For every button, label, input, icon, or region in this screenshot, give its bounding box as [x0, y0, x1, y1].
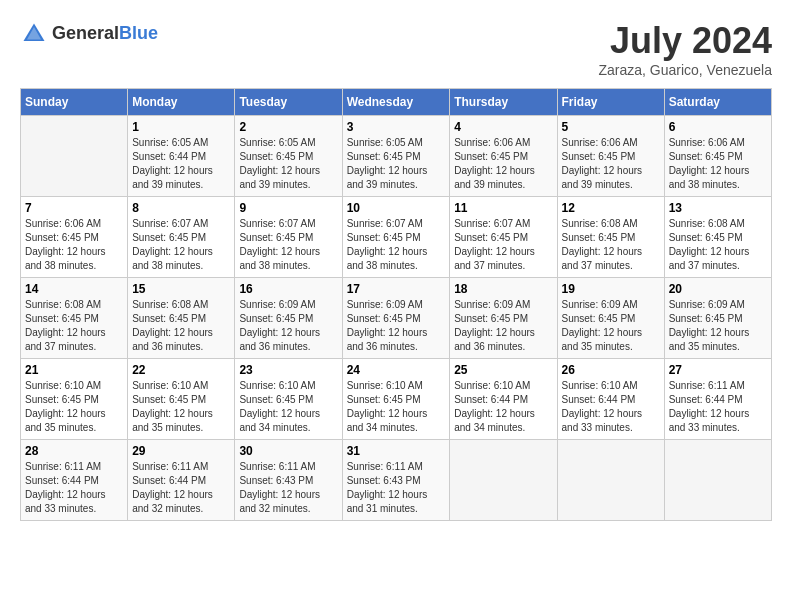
day-of-week-header: Friday — [557, 89, 664, 116]
day-info: Sunrise: 6:06 AMSunset: 6:45 PMDaylight:… — [669, 136, 767, 192]
day-info: Sunrise: 6:08 AMSunset: 6:45 PMDaylight:… — [669, 217, 767, 273]
day-number: 16 — [239, 282, 337, 296]
logo-icon — [20, 20, 48, 48]
calendar-header-row: SundayMondayTuesdayWednesdayThursdayFrid… — [21, 89, 772, 116]
logo-general: GeneralBlue — [52, 23, 158, 45]
day-info: Sunrise: 6:09 AMSunset: 6:45 PMDaylight:… — [239, 298, 337, 354]
day-number: 24 — [347, 363, 446, 377]
day-number: 14 — [25, 282, 123, 296]
day-info: Sunrise: 6:09 AMSunset: 6:45 PMDaylight:… — [347, 298, 446, 354]
calendar-week-row: 7Sunrise: 6:06 AMSunset: 6:45 PMDaylight… — [21, 197, 772, 278]
calendar-day-cell: 22Sunrise: 6:10 AMSunset: 6:45 PMDayligh… — [128, 359, 235, 440]
calendar-day-cell: 24Sunrise: 6:10 AMSunset: 6:45 PMDayligh… — [342, 359, 450, 440]
day-info: Sunrise: 6:05 AMSunset: 6:44 PMDaylight:… — [132, 136, 230, 192]
day-info: Sunrise: 6:11 AMSunset: 6:43 PMDaylight:… — [347, 460, 446, 516]
day-number: 13 — [669, 201, 767, 215]
calendar-day-cell: 13Sunrise: 6:08 AMSunset: 6:45 PMDayligh… — [664, 197, 771, 278]
day-number: 28 — [25, 444, 123, 458]
location: Zaraza, Guarico, Venezuela — [598, 62, 772, 78]
day-number: 30 — [239, 444, 337, 458]
day-number: 10 — [347, 201, 446, 215]
calendar-day-cell: 27Sunrise: 6:11 AMSunset: 6:44 PMDayligh… — [664, 359, 771, 440]
calendar-day-cell: 2Sunrise: 6:05 AMSunset: 6:45 PMDaylight… — [235, 116, 342, 197]
day-number: 27 — [669, 363, 767, 377]
day-info: Sunrise: 6:10 AMSunset: 6:45 PMDaylight:… — [347, 379, 446, 435]
day-number: 22 — [132, 363, 230, 377]
day-of-week-header: Saturday — [664, 89, 771, 116]
calendar-week-row: 1Sunrise: 6:05 AMSunset: 6:44 PMDaylight… — [21, 116, 772, 197]
day-info: Sunrise: 6:10 AMSunset: 6:45 PMDaylight:… — [132, 379, 230, 435]
day-of-week-header: Sunday — [21, 89, 128, 116]
day-info: Sunrise: 6:09 AMSunset: 6:45 PMDaylight:… — [669, 298, 767, 354]
calendar-week-row: 14Sunrise: 6:08 AMSunset: 6:45 PMDayligh… — [21, 278, 772, 359]
day-number: 12 — [562, 201, 660, 215]
calendar-day-cell: 1Sunrise: 6:05 AMSunset: 6:44 PMDaylight… — [128, 116, 235, 197]
calendar-day-cell: 23Sunrise: 6:10 AMSunset: 6:45 PMDayligh… — [235, 359, 342, 440]
calendar-day-cell: 28Sunrise: 6:11 AMSunset: 6:44 PMDayligh… — [21, 440, 128, 521]
day-number: 7 — [25, 201, 123, 215]
calendar-day-cell: 3Sunrise: 6:05 AMSunset: 6:45 PMDaylight… — [342, 116, 450, 197]
day-info: Sunrise: 6:07 AMSunset: 6:45 PMDaylight:… — [347, 217, 446, 273]
day-info: Sunrise: 6:07 AMSunset: 6:45 PMDaylight:… — [239, 217, 337, 273]
day-info: Sunrise: 6:09 AMSunset: 6:45 PMDaylight:… — [454, 298, 552, 354]
day-number: 15 — [132, 282, 230, 296]
day-number: 2 — [239, 120, 337, 134]
calendar-day-cell — [450, 440, 557, 521]
calendar-day-cell: 17Sunrise: 6:09 AMSunset: 6:45 PMDayligh… — [342, 278, 450, 359]
title-area: July 2024 Zaraza, Guarico, Venezuela — [598, 20, 772, 78]
day-number: 1 — [132, 120, 230, 134]
day-info: Sunrise: 6:10 AMSunset: 6:45 PMDaylight:… — [239, 379, 337, 435]
day-info: Sunrise: 6:10 AMSunset: 6:44 PMDaylight:… — [454, 379, 552, 435]
day-number: 29 — [132, 444, 230, 458]
calendar-day-cell: 20Sunrise: 6:09 AMSunset: 6:45 PMDayligh… — [664, 278, 771, 359]
day-number: 17 — [347, 282, 446, 296]
day-number: 20 — [669, 282, 767, 296]
day-number: 9 — [239, 201, 337, 215]
calendar-day-cell: 6Sunrise: 6:06 AMSunset: 6:45 PMDaylight… — [664, 116, 771, 197]
day-info: Sunrise: 6:08 AMSunset: 6:45 PMDaylight:… — [25, 298, 123, 354]
calendar-day-cell: 29Sunrise: 6:11 AMSunset: 6:44 PMDayligh… — [128, 440, 235, 521]
day-number: 3 — [347, 120, 446, 134]
day-info: Sunrise: 6:07 AMSunset: 6:45 PMDaylight:… — [132, 217, 230, 273]
day-info: Sunrise: 6:07 AMSunset: 6:45 PMDaylight:… — [454, 217, 552, 273]
day-number: 31 — [347, 444, 446, 458]
day-info: Sunrise: 6:10 AMSunset: 6:44 PMDaylight:… — [562, 379, 660, 435]
calendar-week-row: 28Sunrise: 6:11 AMSunset: 6:44 PMDayligh… — [21, 440, 772, 521]
calendar-day-cell: 11Sunrise: 6:07 AMSunset: 6:45 PMDayligh… — [450, 197, 557, 278]
day-info: Sunrise: 6:11 AMSunset: 6:44 PMDaylight:… — [25, 460, 123, 516]
calendar-day-cell — [557, 440, 664, 521]
day-number: 11 — [454, 201, 552, 215]
day-number: 26 — [562, 363, 660, 377]
day-number: 5 — [562, 120, 660, 134]
calendar-day-cell — [664, 440, 771, 521]
calendar-day-cell: 7Sunrise: 6:06 AMSunset: 6:45 PMDaylight… — [21, 197, 128, 278]
calendar-body: 1Sunrise: 6:05 AMSunset: 6:44 PMDaylight… — [21, 116, 772, 521]
day-info: Sunrise: 6:06 AMSunset: 6:45 PMDaylight:… — [25, 217, 123, 273]
day-info: Sunrise: 6:11 AMSunset: 6:43 PMDaylight:… — [239, 460, 337, 516]
day-number: 23 — [239, 363, 337, 377]
calendar-table: SundayMondayTuesdayWednesdayThursdayFrid… — [20, 88, 772, 521]
calendar-day-cell: 10Sunrise: 6:07 AMSunset: 6:45 PMDayligh… — [342, 197, 450, 278]
day-of-week-header: Thursday — [450, 89, 557, 116]
day-of-week-header: Monday — [128, 89, 235, 116]
calendar-day-cell: 30Sunrise: 6:11 AMSunset: 6:43 PMDayligh… — [235, 440, 342, 521]
day-info: Sunrise: 6:08 AMSunset: 6:45 PMDaylight:… — [562, 217, 660, 273]
day-info: Sunrise: 6:05 AMSunset: 6:45 PMDaylight:… — [347, 136, 446, 192]
day-info: Sunrise: 6:09 AMSunset: 6:45 PMDaylight:… — [562, 298, 660, 354]
day-number: 6 — [669, 120, 767, 134]
calendar-day-cell: 15Sunrise: 6:08 AMSunset: 6:45 PMDayligh… — [128, 278, 235, 359]
day-info: Sunrise: 6:06 AMSunset: 6:45 PMDaylight:… — [454, 136, 552, 192]
day-number: 4 — [454, 120, 552, 134]
day-number: 8 — [132, 201, 230, 215]
day-info: Sunrise: 6:06 AMSunset: 6:45 PMDaylight:… — [562, 136, 660, 192]
calendar-day-cell: 19Sunrise: 6:09 AMSunset: 6:45 PMDayligh… — [557, 278, 664, 359]
day-info: Sunrise: 6:10 AMSunset: 6:45 PMDaylight:… — [25, 379, 123, 435]
day-number: 19 — [562, 282, 660, 296]
day-of-week-header: Wednesday — [342, 89, 450, 116]
day-info: Sunrise: 6:11 AMSunset: 6:44 PMDaylight:… — [132, 460, 230, 516]
month-title: July 2024 — [598, 20, 772, 62]
calendar-day-cell — [21, 116, 128, 197]
calendar-week-row: 21Sunrise: 6:10 AMSunset: 6:45 PMDayligh… — [21, 359, 772, 440]
day-number: 25 — [454, 363, 552, 377]
calendar-day-cell: 31Sunrise: 6:11 AMSunset: 6:43 PMDayligh… — [342, 440, 450, 521]
